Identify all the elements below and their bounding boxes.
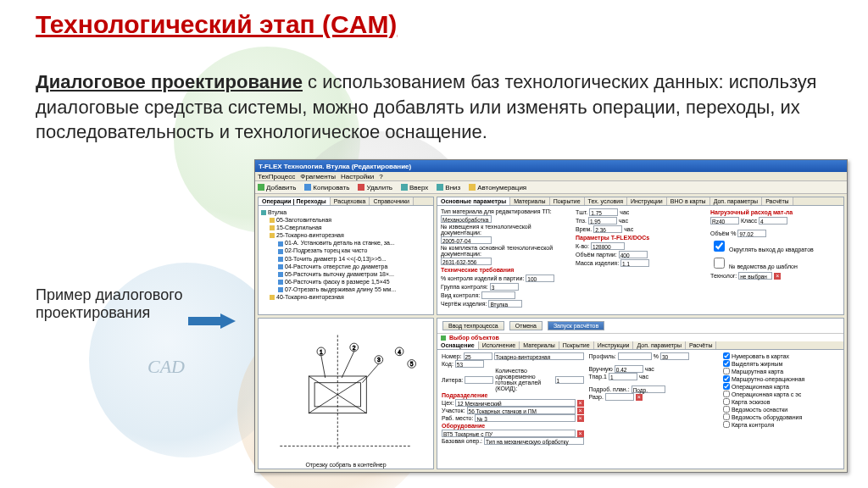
input-kvo[interactable]: 128800 (591, 242, 625, 250)
input-tsht[interactable]: 1.75 (589, 208, 618, 216)
tab-tree-ref[interactable]: Справочники (370, 197, 413, 205)
caption-example: Пример диалогового проектирования (36, 286, 205, 322)
tb-delete[interactable]: Удалить (358, 184, 392, 191)
tree-node[interactable]: 25-Токарно-винторезная (261, 231, 431, 239)
param-tab[interactable]: Доп. параметры (710, 197, 762, 205)
close-icon[interactable]: × (577, 408, 584, 414)
btn-run-calc[interactable]: Запуск расчётов (548, 321, 604, 330)
param-tab[interactable]: Основные параметры (437, 197, 510, 205)
param-tab[interactable]: Расчёты (762, 197, 793, 205)
menu-item[interactable]: ? (379, 173, 382, 180)
tab-tree-rasx[interactable]: Расцеховка (331, 197, 370, 205)
input-vrem[interactable]: 2.36 (593, 225, 622, 233)
input-rabmesto[interactable]: № 3 (475, 414, 575, 422)
input-group[interactable]: 3 (490, 283, 519, 291)
input-uchastok[interactable]: 56 Токарных станков и ПМ (467, 407, 576, 414)
tree-node[interactable]: 02-Подрезать торец как чисто (261, 247, 431, 254)
input-oborud[interactable]: ВТ5 Токарные с ПУ (442, 430, 576, 437)
svg-text:4: 4 (398, 349, 401, 355)
btn-cancel[interactable]: Отмена (509, 321, 542, 330)
close-icon[interactable]: × (636, 394, 643, 401)
menu-item[interactable]: Фрагменты (300, 173, 336, 180)
check-item[interactable]: Операционная карта (723, 383, 839, 390)
check-item[interactable]: Маршрутно-операционная (723, 375, 839, 382)
check-item[interactable]: Нумеровать в картах (723, 352, 839, 359)
input-op-kod[interactable]: 53 (455, 360, 484, 368)
tb-autonum[interactable]: Автонумерация (469, 184, 526, 191)
param-tab[interactable]: ВНО в карты (667, 197, 710, 205)
tree-node[interactable]: 15-Сверлильная (261, 224, 431, 231)
op-tab[interactable]: Покрытие (559, 341, 594, 349)
input-podrob[interactable]: Подр. (632, 385, 665, 393)
close-icon[interactable]: × (577, 430, 584, 437)
menu-item[interactable]: Настройки (341, 173, 374, 180)
tree-node[interactable]: 05-Заготовительная (261, 216, 431, 224)
chk-round[interactable]: Округлять выход до квадратов (710, 238, 840, 254)
tree-node[interactable]: 07-Отрезать выдерживая длину 55 мм... (261, 286, 431, 293)
input-tpz[interactable]: 1.95 (588, 217, 617, 225)
drawing-caption: Отрезку собрать в контейнер (259, 462, 433, 468)
input-klass[interactable]: 4 (759, 217, 787, 225)
tree-node[interactable]: 01-А. Установить деталь на станке, за... (261, 239, 431, 247)
input-profpct[interactable]: 30 (660, 352, 689, 360)
close-icon[interactable]: × (577, 415, 584, 422)
input-control-pct[interactable]: 100 (526, 274, 554, 282)
input-komp[interactable]: 2631-632-556 (441, 258, 492, 265)
input-tstart[interactable]: 1 (609, 373, 637, 380)
check-item[interactable]: Маршрутная карта (723, 368, 839, 374)
op-tab[interactable]: Доп. параметры (633, 341, 685, 349)
menu-item[interactable]: ТехПроцесс (258, 173, 295, 180)
input-izv[interactable]: 2005-07-04 (441, 236, 492, 244)
tree-node[interactable]: Втулка (261, 208, 431, 216)
op-tab[interactable]: Расчёты (686, 341, 717, 349)
tb-up[interactable]: Вверх (401, 184, 428, 191)
check-item[interactable]: Выделять жирным (723, 360, 839, 367)
chk-ved[interactable]: № ведомства до шаблон (710, 255, 840, 271)
check-item[interactable]: Карта эскизов (723, 398, 839, 405)
btn-enter-tp[interactable]: Ввод техпроцесса (442, 321, 504, 330)
tree-node[interactable]: 05-Расточить выточку диаметром 18×... (261, 270, 431, 278)
bg-label-cad: CAD (147, 356, 185, 378)
input-tp-type[interactable]: Механообработка (441, 215, 492, 223)
input-technolog[interactable]: не выбран (738, 272, 772, 280)
input-razr[interactable] (605, 393, 634, 401)
input-bazop[interactable]: Тип на механическую обработку (484, 437, 584, 445)
tb-down[interactable]: Вниз (437, 184, 460, 191)
param-tab[interactable]: Материалы (510, 197, 549, 205)
param-tab[interactable]: Тех. условия (585, 197, 627, 205)
op-tab[interactable]: Исполнение (479, 341, 520, 349)
input-rz[interactable]: Rz40 (710, 217, 739, 225)
check-item[interactable]: Ведомость оборудования (723, 413, 839, 420)
ops-tree[interactable]: Втулка05-Заготовительная15-Сверлильная25… (259, 206, 433, 303)
op-tab[interactable]: Оснащение (437, 341, 479, 349)
op-tab[interactable]: Инструкции (594, 341, 634, 349)
input-drawing[interactable]: Втулка (488, 300, 522, 308)
param-tab[interactable]: Инструкции (627, 197, 667, 205)
tree-node-icon (270, 295, 275, 300)
tree-node[interactable]: 03-Точить диаметр 14 <<(-0,13)>>5... (261, 255, 431, 263)
check-item[interactable]: Ведомость оснастки (723, 406, 839, 413)
tab-tree-ops[interactable]: Операции | Переходы (259, 197, 331, 205)
input-tseh[interactable]: 12 Механический (455, 399, 575, 407)
input-batch[interactable]: 400 (619, 251, 648, 258)
check-item[interactable]: Операционная карта с эс (723, 391, 839, 397)
tb-copy[interactable]: Копировать (304, 184, 349, 191)
param-tab[interactable]: Покрытие (550, 197, 585, 205)
input-obj-pct[interactable]: 97.02 (737, 230, 766, 237)
input-op-num[interactable]: 25 (464, 352, 492, 360)
op-tab[interactable]: Материалы (520, 341, 559, 349)
tb-add[interactable]: Добавить (258, 184, 296, 191)
input-litera[interactable] (465, 376, 493, 384)
check-item[interactable]: Карта контроля (723, 421, 839, 428)
input-vid[interactable] (481, 291, 515, 299)
input-mass[interactable]: 1.1 (620, 259, 649, 267)
input-koid[interactable]: 1 (555, 376, 584, 384)
tree-node[interactable]: 06-Расточить фаску в размере 1,5×45 (261, 278, 431, 286)
input-prof[interactable] (618, 352, 652, 360)
close-icon[interactable]: × (774, 273, 781, 280)
input-op-desc[interactable]: Токарно-винторезная (494, 352, 584, 360)
tree-node[interactable]: 40-Токарно-винторезная (261, 293, 431, 301)
input-vruch[interactable]: 0.42 (615, 365, 643, 373)
close-icon[interactable]: × (577, 400, 584, 407)
tree-node[interactable]: 04-Расточить отверстие до диаметра (261, 263, 431, 270)
